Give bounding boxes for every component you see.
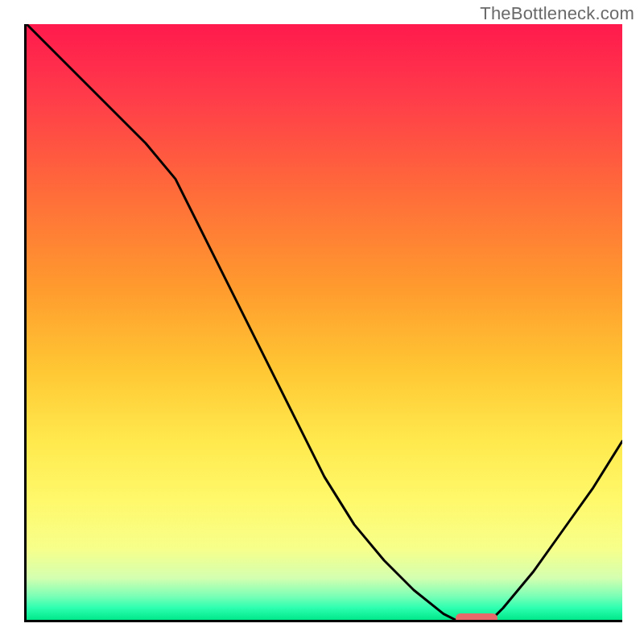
chart-curve bbox=[27, 24, 622, 620]
chart-plot-area bbox=[24, 24, 622, 622]
chart-line-svg bbox=[27, 24, 622, 620]
optimal-range-marker bbox=[456, 613, 497, 622]
watermark-text: TheBottleneck.com bbox=[480, 3, 634, 24]
